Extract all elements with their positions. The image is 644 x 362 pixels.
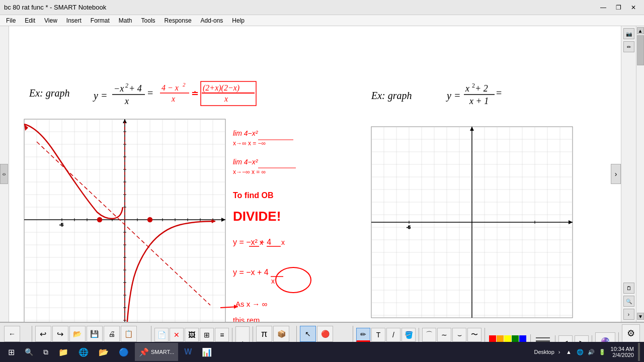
palette-red[interactable] [489,335,496,342]
menu-edit[interactable]: Edit [21,16,39,25]
pen-tool[interactable]: ✏ [356,328,370,342]
svg-text:x: x [224,95,228,103]
taskbar-ie[interactable]: 🔵 [115,343,133,361]
svg-text:4 − x: 4 − x [162,83,179,92]
restore-button[interactable]: ❐ [612,3,625,13]
start-button[interactable]: ⊞ [4,343,19,361]
svg-text:x: x [260,238,263,246]
menu-response[interactable]: Response [160,16,196,25]
svg-text:this rem...: this rem... [233,316,266,322]
fill-tool[interactable]: 🪣 [401,328,416,342]
menu-help[interactable]: Help [228,16,249,25]
scroll-bar[interactable]: ▲ ▼ [636,26,644,322]
line-style-1[interactable]: ⌒ [422,328,436,342]
taskbar-word[interactable]: W [180,343,196,361]
svg-text:+ 4: + 4 [129,83,142,94]
table-button[interactable]: ⊞ [200,328,214,342]
sidebar-button-5[interactable]: › [623,309,634,320]
back-button[interactable]: ← [4,326,20,342]
magic-select[interactable]: 🔴 [317,326,333,342]
edge-icon: 🌐 [78,347,89,357]
svg-text:Ex: graph: Ex: graph [371,90,412,102]
word-icon: W [184,347,192,356]
sidebar-button-1[interactable]: 📷 [623,28,634,39]
undo-button[interactable]: ↩ [35,326,51,342]
taskbar-explorer[interactable]: 📁 [54,343,72,361]
menu-file[interactable]: File [2,16,20,25]
taskbar-app2[interactable]: 📊 [198,343,216,361]
left-panel: ‹› [0,26,9,322]
svg-text:x→−∞    x   = ∞: x→−∞ x = ∞ [233,168,266,175]
close-button[interactable]: ✕ [627,3,640,13]
equation-left: Ex: graph y = −x 2 + 4 x = 4 − x 2 [29,81,256,106]
sidebar-button-2[interactable]: ✏ [623,41,634,52]
tray-up-arrow[interactable]: ▲ [565,347,574,356]
palette-blue[interactable] [519,335,526,342]
line-style-2[interactable]: ∼ [437,328,451,342]
svg-text:x: x [465,83,469,94]
clock[interactable]: 10:34 AM 2/4/2020 [611,346,634,358]
tray-volume[interactable]: 🔊 [587,347,596,356]
menu-bar: File Edit View Insert Format Math Tools … [0,15,644,26]
svg-text:2: 2 [183,81,186,87]
tray-battery[interactable]: 🔋 [598,347,607,356]
window-controls: — ❐ ✕ [597,3,640,13]
menu-view[interactable]: View [40,16,61,25]
taskbar: ⊞ 🔍 ⧉ 📁 🌐 📂 🔵 📌 SMART... W 📊 Desktop › ▲… [0,342,644,362]
sidebar-button-4[interactable]: 🔍 [623,296,634,307]
text-tool[interactable]: T [371,328,385,342]
collapse-panel-button[interactable]: ‹› [0,164,8,184]
taskbar-smartnotebook[interactable]: 📌 SMART... [135,343,178,361]
svg-text:As x → ∞: As x → ∞ [235,300,268,308]
svg-text:=: = [147,87,153,99]
svg-point-107 [148,218,152,222]
svg-text:x: x [124,96,129,106]
svg-text:−x: −x [114,83,124,94]
show-desktop-arrow[interactable]: › [558,349,560,355]
taskbar-edge[interactable]: 🌐 [74,343,93,361]
gallery-button[interactable]: 🖼 [185,328,199,342]
svg-text:x→∞       x    = −∞: x→∞ x = −∞ [233,140,266,147]
explorer-icon: 📁 [58,347,68,357]
line-style-3[interactable]: ⌣ [452,328,466,342]
app2-icon: 📊 [202,347,212,357]
menu-addons[interactable]: Add-ons [197,16,227,25]
palette-yellow[interactable] [504,335,511,342]
taskbar-folder[interactable]: 📂 [95,343,113,361]
menu-insert[interactable]: Insert [62,16,86,25]
show-desktop-button[interactable] [638,343,640,361]
svg-text:=: = [496,87,502,99]
content-button[interactable]: 📦 [273,326,289,342]
palette-green[interactable] [512,335,519,342]
list-button[interactable]: ≡ [215,328,229,342]
menu-tools[interactable]: Tools [137,16,159,25]
next-page-arrow[interactable]: › [611,164,621,184]
svg-text:x: x [171,95,175,103]
window-title: bc 80 rat func * - SMART Notebook [4,4,106,11]
save-button[interactable]: 💾 [87,326,103,342]
pi-button[interactable]: π [256,326,272,342]
stroke-thin[interactable] [536,337,550,338]
search-button[interactable]: 🔍 [21,343,37,361]
menu-math[interactable]: Math [115,16,136,25]
open-button[interactable]: 📂 [69,326,86,342]
menu-format[interactable]: Format [87,16,114,25]
select-tool[interactable]: ↖ [300,326,316,342]
settings-button[interactable]: ⚙ [622,324,640,342]
task-view-button[interactable]: ⧉ [39,343,52,361]
tray-network[interactable]: 🌐 [576,347,585,356]
new-page-button[interactable]: 📄 [154,328,169,342]
tray-icons: ▲ 🌐 🔊 🔋 [565,347,607,356]
line-tool[interactable]: / [386,328,400,342]
delete-page-button[interactable]: ✕ [170,328,184,342]
palette-orange[interactable] [497,335,504,342]
print-button[interactable]: 🖨 [104,326,120,342]
clipboard-button[interactable]: 📋 [121,326,137,342]
date-display: 2/4/2020 [611,352,634,358]
redo-button[interactable]: ↪ [52,326,68,342]
search-icon-task: 🔍 [25,348,33,356]
minimize-button[interactable]: — [597,3,610,13]
sidebar-button-3[interactable]: 🗒 [623,283,634,294]
taskbar-right: Desktop › ▲ 🌐 🔊 🔋 10:34 AM 2/4/2020 [534,343,640,361]
line-style-4[interactable]: 〜 [467,328,481,342]
